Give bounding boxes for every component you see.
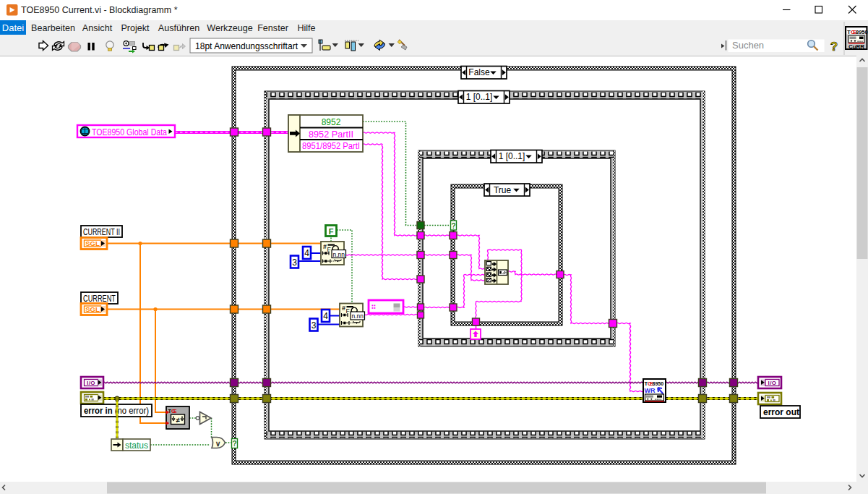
svg-text:Werkzeuge: Werkzeuge xyxy=(207,23,252,33)
svg-text:?: ? xyxy=(830,40,838,54)
svg-text:I/O: I/O xyxy=(768,380,776,386)
svg-text:Hilfe: Hilfe xyxy=(297,23,315,33)
svg-text:3: 3 xyxy=(292,257,297,268)
svg-text:n.nn: n.nn xyxy=(352,312,364,320)
svg-text:#: # xyxy=(323,243,327,250)
svg-text:8952: 8952 xyxy=(322,117,341,127)
svg-text:False: False xyxy=(468,67,490,77)
svg-text:status: status xyxy=(125,440,148,451)
svg-text:8951/8952 PartI: 8951/8952 PartI xyxy=(302,141,360,151)
svg-text:TOE8950 Current.vi - Blockdiag: TOE8950 Current.vi - Blockdiagramm * xyxy=(21,5,178,15)
svg-text:Suchen: Suchen xyxy=(732,40,764,51)
svg-text:F: F xyxy=(329,227,334,236)
svg-text:4: 4 xyxy=(323,311,328,321)
svg-text:Datei: Datei xyxy=(2,22,24,33)
svg-text:n.nn: n.nn xyxy=(333,251,345,258)
svg-text:∨: ∨ xyxy=(215,439,221,448)
svg-text:TOE8950 Global Data: TOE8950 Global Data xyxy=(92,127,167,137)
svg-text:Ausführen: Ausführen xyxy=(158,23,199,33)
svg-text:≠: ≠ xyxy=(176,416,180,424)
svg-text:SGL: SGL xyxy=(85,239,100,247)
svg-text:Ansicht: Ansicht xyxy=(82,23,113,33)
svg-text:#: # xyxy=(342,305,345,312)
svg-text:8950: 8950 xyxy=(653,381,664,386)
svg-text:8950: 8950 xyxy=(856,29,868,35)
svg-text:error out: error out xyxy=(763,407,799,417)
svg-text:Œ: Œ xyxy=(171,408,177,414)
svg-text:CURRENT II: CURRENT II xyxy=(83,227,120,237)
svg-text:Bearbeiten: Bearbeiten xyxy=(31,23,75,33)
svg-text:WR: WR xyxy=(645,387,656,394)
svg-text:True: True xyxy=(494,185,512,195)
svg-text:CuRR: CuRR xyxy=(848,43,864,50)
svg-text:Projekt: Projekt xyxy=(121,23,150,33)
svg-text:18pt Anwendungsschriftart: 18pt Anwendungsschriftart xyxy=(195,41,298,51)
svg-text:?: ? xyxy=(232,440,236,448)
svg-text:Fenster: Fenster xyxy=(257,23,288,33)
svg-text:SGL: SGL xyxy=(85,305,100,313)
svg-text:3: 3 xyxy=(311,320,317,331)
svg-text:CURRENT: CURRENT xyxy=(83,294,116,304)
svg-text:1 [0..1]: 1 [0..1] xyxy=(499,151,525,161)
svg-text:8952 PartII: 8952 PartII xyxy=(309,129,353,140)
svg-text:1 [0..1]: 1 [0..1] xyxy=(466,92,493,102)
svg-text:?: ? xyxy=(451,222,455,230)
svg-text:4: 4 xyxy=(304,248,309,258)
svg-text:I/O: I/O xyxy=(87,380,95,386)
